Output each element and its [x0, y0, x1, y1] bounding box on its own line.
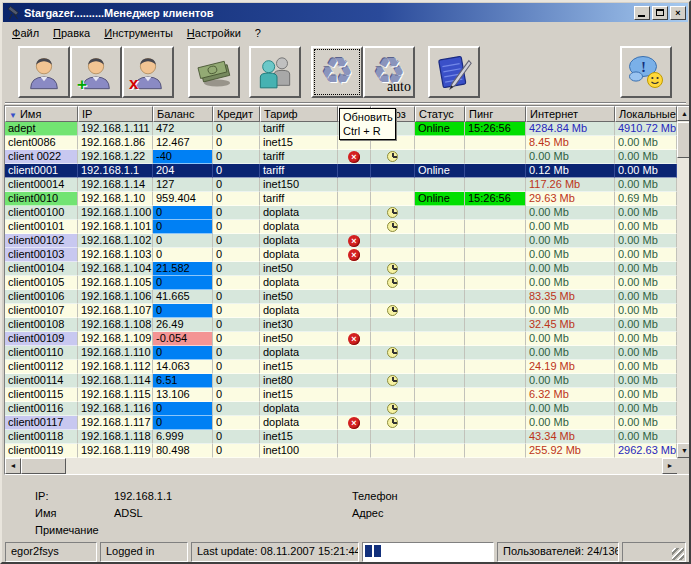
- column-header-credit[interactable]: Кредит: [213, 106, 260, 122]
- minimize-button[interactable]: [634, 6, 650, 20]
- horizontal-scroll-thumb[interactable]: [21, 458, 66, 474]
- add-plus-icon: +: [77, 78, 87, 92]
- cell-blocked: [338, 178, 371, 192]
- cell-frozen: [371, 304, 415, 318]
- column-header-name[interactable]: ▼Имя: [5, 106, 78, 122]
- cell-ip: 192.168.1.114: [78, 374, 153, 388]
- journal-button[interactable]: [428, 46, 480, 98]
- table-row[interactable]: client00117192.168.1.11700doplata×0.00 M…: [5, 416, 677, 430]
- close-button[interactable]: ×: [670, 6, 686, 20]
- table-row[interactable]: client00105192.168.1.10500doplata0.00 Mb…: [5, 276, 677, 290]
- svg-text:!: !: [641, 59, 646, 75]
- delete-client-button[interactable]: x: [122, 46, 174, 98]
- cell-local: 0.00 Mb: [615, 262, 677, 276]
- payment-button[interactable]: [188, 46, 240, 98]
- cell-local: 0.00 Mb: [615, 150, 677, 164]
- menu-file[interactable]: Файл: [5, 26, 46, 40]
- name-value: ADSL: [114, 507, 143, 519]
- table-row[interactable]: client00100192.168.1.10000doplata0.00 Mb…: [5, 206, 677, 220]
- menu-help[interactable]: ?: [248, 26, 268, 40]
- table-row[interactable]: client00119192.168.1.11980.4980inet10025…: [5, 444, 677, 458]
- column-header-tariff[interactable]: Тариф: [260, 106, 338, 122]
- column-header-ping[interactable]: Пинг: [465, 106, 526, 122]
- table-row[interactable]: client00014192.168.1.141270inet150117.26…: [5, 178, 677, 192]
- cell-balance: 0: [153, 206, 213, 220]
- maximize-button[interactable]: [652, 6, 668, 20]
- clients-group-button[interactable]: [249, 46, 301, 98]
- table-row[interactable]: client00114192.168.1.1146.510inet800.00 …: [5, 374, 677, 388]
- table-row[interactable]: client00101192.168.1.10100doplata0.00 Mb…: [5, 220, 677, 234]
- cell-ping: 15:26:56: [465, 192, 526, 206]
- table-row[interactable]: client00104192.168.1.10421.5820inet500.0…: [5, 262, 677, 276]
- scroll-left-arrow-icon[interactable]: ◄: [5, 458, 21, 474]
- table-row[interactable]: client00106192.168.1.10641.6650inet5083.…: [5, 290, 677, 304]
- cell-frozen: [371, 220, 415, 234]
- cell-ip: 192.168.1.119: [78, 444, 153, 458]
- column-header-internet[interactable]: Интернет: [526, 106, 615, 122]
- vertical-scroll-thumb[interactable]: [677, 122, 691, 158]
- refresh-button[interactable]: ♻: [311, 46, 363, 98]
- table-row[interactable]: client00103192.168.1.10300doplata×0.00 M…: [5, 248, 677, 262]
- menu-settings[interactable]: Настройки: [180, 26, 248, 40]
- column-label-name: Имя: [20, 108, 41, 120]
- table-row[interactable]: client00108192.168.1.10826.490inet3032.4…: [5, 318, 677, 332]
- table-row[interactable]: client00118192.168.1.1186.9990inet1543.3…: [5, 430, 677, 444]
- progress-segment: [374, 545, 381, 557]
- cell-internet: 0.00 Mb: [526, 416, 615, 430]
- table-row[interactable]: client00115192.168.1.11513.1060inet156.3…: [5, 388, 677, 402]
- cell-balance: 26.49: [153, 318, 213, 332]
- scroll-down-arrow-icon[interactable]: ▼: [677, 443, 691, 458]
- frozen-clock-icon: [387, 207, 398, 218]
- table-row[interactable]: client00110192.168.1.11000doplata0.00 Mb…: [5, 346, 677, 360]
- table-row[interactable]: client00109192.168.1.109-0.0540inet50×0.…: [5, 332, 677, 346]
- title-bar[interactable]: Stargazer..........Менеджер клиентов ×: [3, 3, 688, 22]
- table-row[interactable]: client0001192.168.1.12040tariffOnline0.1…: [5, 164, 677, 178]
- cell-status: [415, 374, 465, 388]
- cell-tariff: inet15: [260, 388, 338, 402]
- cell-balance: 959.404: [153, 192, 213, 206]
- menu-edit[interactable]: Правка: [46, 26, 97, 40]
- client-card-button[interactable]: [18, 46, 70, 98]
- column-header-balance[interactable]: Баланс: [153, 106, 213, 122]
- table-row[interactable]: client00102192.168.1.10200doplata×0.00 M…: [5, 234, 677, 248]
- cell-name: adept: [5, 122, 78, 136]
- sort-down-icon: ▼: [9, 111, 17, 120]
- cell-ip: 192.168.1.100: [78, 206, 153, 220]
- blocked-x-icon: ×: [348, 249, 360, 261]
- frozen-clock-icon: [387, 417, 398, 428]
- vertical-scrollbar[interactable]: ▲ ▼: [677, 106, 691, 458]
- scroll-right-arrow-icon[interactable]: ►: [662, 458, 678, 474]
- cell-frozen: [371, 150, 415, 164]
- cell-tariff: doplata: [260, 402, 338, 416]
- cell-local: 0.00 Mb: [615, 178, 677, 192]
- table-row[interactable]: client00107192.168.1.10700doplata0.00 Mb…: [5, 304, 677, 318]
- column-header-local[interactable]: Локальные р: [615, 106, 677, 122]
- message-button[interactable]: !: [620, 46, 672, 98]
- cell-local: 0.00 Mb: [615, 290, 677, 304]
- table-row[interactable]: client 0022192.168.1.22-400tariff×0.00 M…: [5, 150, 677, 164]
- cell-name: client00118: [5, 430, 78, 444]
- cell-ip: 192.168.1.117: [78, 416, 153, 430]
- horizontal-scrollbar[interactable]: ◄ ►: [5, 458, 678, 474]
- cell-ip: 192.168.1.104: [78, 262, 153, 276]
- scroll-up-arrow-icon[interactable]: ▲: [677, 106, 691, 121]
- add-client-button[interactable]: +: [70, 46, 122, 98]
- cell-status: Online: [415, 192, 465, 206]
- table-row[interactable]: client0010192.168.1.10959.4040tariffOnli…: [5, 192, 677, 206]
- cell-name: client00119: [5, 444, 78, 458]
- cell-balance: 0: [153, 304, 213, 318]
- auto-refresh-button[interactable]: ♻ auto: [363, 46, 415, 98]
- cell-internet: 255.92 Mb: [526, 444, 615, 458]
- table-row[interactable]: client00116192.168.1.11600doplata0.00 Mb…: [5, 402, 677, 416]
- cell-ping: [465, 234, 526, 248]
- cell-ip: 192.168.1.1: [78, 164, 153, 178]
- menu-tools[interactable]: Инструменты: [97, 26, 180, 40]
- table-row[interactable]: client00112192.168.1.11214.0630inet1524.…: [5, 360, 677, 374]
- cell-name: client 0022: [5, 150, 78, 164]
- column-header-ip[interactable]: IP: [78, 106, 153, 122]
- cell-credit: 0: [213, 122, 260, 136]
- blocked-x-icon: ×: [348, 151, 360, 163]
- resize-grip-icon[interactable]: [672, 548, 684, 560]
- column-header-status[interactable]: Статус: [415, 106, 465, 122]
- cell-tariff: inet50: [260, 262, 338, 276]
